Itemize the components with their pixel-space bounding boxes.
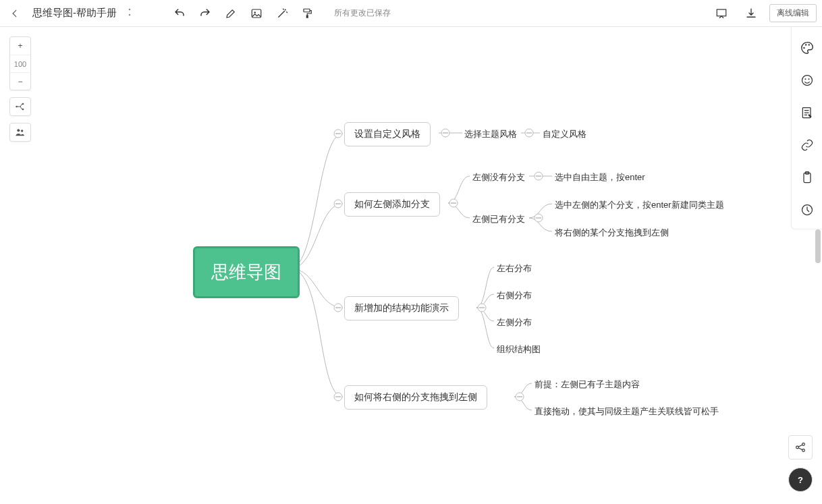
paint-roller-button[interactable] <box>296 4 319 23</box>
svg-point-3 <box>254 11 256 13</box>
document-title[interactable]: 思维导图-帮助手册 <box>32 7 117 20</box>
svg-point-35 <box>525 129 533 137</box>
svg-point-1 <box>129 14 130 16</box>
svg-rect-4 <box>304 9 310 12</box>
svg-rect-2 <box>252 9 261 18</box>
leaf-node[interactable]: 左侧没有分支 <box>472 171 525 184</box>
branch-node[interactable]: 如何左侧添加分支 <box>344 192 440 217</box>
leaf-node[interactable]: 左侧分布 <box>497 316 532 329</box>
offline-edit-button[interactable]: 离线编辑 <box>769 4 817 22</box>
magic-wand-button[interactable] <box>271 4 294 23</box>
branch-node[interactable]: 设置自定义风格 <box>344 122 431 146</box>
svg-point-45 <box>516 393 524 401</box>
leaf-node[interactable]: 左侧已有分支 <box>472 213 525 225</box>
leaf-node[interactable]: 将右侧的某个分支拖拽到左侧 <box>555 227 669 239</box>
redo-button[interactable] <box>194 4 217 23</box>
leaf-node[interactable]: 左右分布 <box>497 262 532 275</box>
svg-rect-5 <box>306 15 308 18</box>
format-brush-button[interactable] <box>219 4 242 23</box>
mindmap-canvas[interactable]: 思维导图 设置自定义风格 如何左侧添加分支 新增加的结构功能演示 如何将右侧的分… <box>0 27 822 504</box>
leaf-node[interactable]: 直接拖动，使其与同级主题产生关联线皆可松手 <box>535 405 719 418</box>
root-node[interactable]: 思维导图 <box>193 246 300 298</box>
svg-point-25 <box>334 130 342 138</box>
back-button[interactable] <box>5 4 24 23</box>
branch-node[interactable]: 如何将右侧的分支拖拽到左侧 <box>344 385 487 410</box>
leaf-node[interactable]: 组织结构图 <box>497 343 541 356</box>
svg-point-43 <box>478 304 486 312</box>
leaf-node[interactable]: 选中自由主题，按enter <box>555 171 645 184</box>
save-status-text: 所有更改已保存 <box>334 7 391 19</box>
svg-point-39 <box>535 172 543 180</box>
svg-point-29 <box>334 304 342 312</box>
leaf-node[interactable]: 前提：左侧已有子主题内容 <box>535 379 640 391</box>
download-button[interactable] <box>740 4 763 23</box>
present-button[interactable] <box>710 4 733 23</box>
svg-point-33 <box>441 129 449 137</box>
insert-image-button[interactable] <box>245 4 268 23</box>
branch-node[interactable]: 新增加的结构功能演示 <box>344 296 459 320</box>
svg-rect-6 <box>717 9 726 16</box>
svg-point-41 <box>535 214 543 222</box>
connector-lines <box>0 27 822 504</box>
svg-point-0 <box>129 9 130 10</box>
top-toolbar: 思维导图-帮助手册 所有更改已保存 离线编辑 <box>0 0 822 27</box>
leaf-node[interactable]: 自定义风格 <box>543 128 586 140</box>
leaf-node[interactable]: 选中左侧的某个分支，按enter新建同类主题 <box>555 199 724 211</box>
leaf-node[interactable]: 右侧分布 <box>497 289 532 302</box>
undo-button[interactable] <box>168 4 191 23</box>
leaf-node[interactable]: 选择主题风格 <box>464 128 517 140</box>
svg-point-31 <box>334 393 342 401</box>
title-menu-icon[interactable] <box>124 5 136 22</box>
svg-point-27 <box>334 200 342 208</box>
svg-point-37 <box>449 199 458 207</box>
